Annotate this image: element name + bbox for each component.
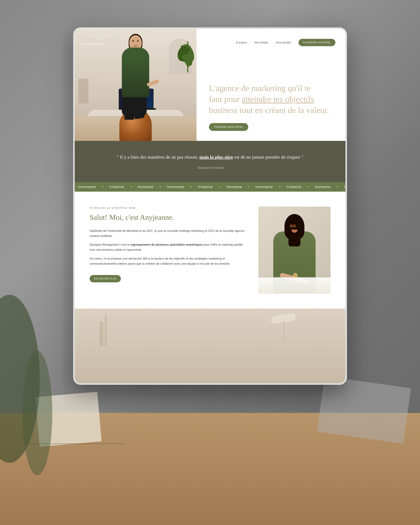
ticker-item-1: Créative <box>109 185 124 189</box>
ticker-dot-7: ♦ <box>308 186 309 188</box>
smiling-woman <box>258 206 331 294</box>
ticker-item-7: Créative <box>287 185 301 189</box>
ticker-dot-3: ♦ <box>191 186 192 188</box>
about-section: TA NOUVELLE STRATÈGE WEB Salut! Moi, c'e… <box>75 192 345 309</box>
about-para3: On menu, on te propose une démarche 360 … <box>90 256 246 266</box>
ticker-item-2: Humaine <box>138 185 153 189</box>
ticker-item-3: Innovante <box>167 185 184 189</box>
ticker-dot-8: ♦ <box>337 186 338 188</box>
ticker-item-5: Humaine <box>226 185 242 189</box>
logo-text-sub: MANAGEMENT <box>82 43 121 45</box>
hero-cta-button[interactable]: PRENDRE MON APPEL <box>209 123 248 131</box>
hero-headline: L'agence de marketing qu'il te faut pour… <box>209 83 336 116</box>
hero-content: À propos Nos forfaits Nous joindre PLANI… <box>196 29 345 141</box>
ticker-dot-2: ♦ <box>160 186 161 188</box>
ticker-item-6: Innovante <box>255 185 273 189</box>
nav-link-forfaits[interactable]: Nos forfaits <box>254 41 268 44</box>
about-para2: Synapse Management c'est le regroupement… <box>90 242 246 252</box>
hero-section: SYNAPSE MANAGEMENT À propos Nos forfaits… <box>75 29 345 141</box>
woman-figure-hero <box>122 47 149 116</box>
about-title: Salut! Moi, c'est Anyjeanne. <box>90 212 246 222</box>
ticker-dot-1: ♦ <box>131 186 131 188</box>
hero-logo: SYNAPSE MANAGEMENT <box>82 35 121 45</box>
ticker-dot-4: ♦ <box>219 186 220 188</box>
ticker-item-4: Créative <box>198 185 213 189</box>
hero-image: SYNAPSE MANAGEMENT <box>75 29 196 141</box>
headline-link[interactable]: atteindre tes objectifs <box>242 94 314 104</box>
website-content: SYNAPSE MANAGEMENT À propos Nos forfaits… <box>75 29 345 383</box>
bottom-section-preview <box>75 309 345 383</box>
nav-link-joindre[interactable]: Nous joindre <box>276 41 291 44</box>
ticker-dot-6: ♦ <box>279 186 280 188</box>
logo-text-main: SYNAPSE <box>82 35 121 42</box>
main-navigation: À propos Nos forfaits Nous joindre PLANI… <box>209 39 336 46</box>
headline-part3: business tout en créant de la valeur. <box>209 105 329 115</box>
quote-suffix: est de ne jamais prendre de risques " <box>234 154 303 160</box>
about-cta-button[interactable]: EN SAVOIR PLUS <box>90 275 121 282</box>
quote-text: " Il y a bien des manières de ne pas réu… <box>100 153 321 161</box>
headline-part1: L'agence de marketing qu'il te <box>209 83 311 93</box>
about-content: TA NOUVELLE STRATÈGE WEB Salut! Moi, c'e… <box>90 206 246 282</box>
para2-prefix: Synapse Management c'est le <box>90 243 130 246</box>
ticker-item-9: Innovante <box>344 185 345 189</box>
ticker-item-0: Innovante <box>78 185 96 189</box>
bottom-gradient <box>75 309 345 383</box>
nav-link-apropos[interactable]: À propos <box>236 41 247 44</box>
headline-part2: faut pour <box>209 94 240 104</box>
nav-cta-button[interactable]: PLANIFIER UN APPEL <box>299 39 336 46</box>
ticker-content: Innovante♦Créative♦Humaine♦Innovante♦Cré… <box>75 185 345 189</box>
tablet-device: SYNAPSE MANAGEMENT À propos Nos forfaits… <box>73 27 347 385</box>
quote-bold: mais la plus sûre <box>199 154 233 160</box>
candle-1 <box>100 321 103 346</box>
about-para1: Diplômée de l'Université de Montréal et … <box>90 228 246 239</box>
about-tag: TA NOUVELLE STRATÈGE WEB <box>90 206 246 209</box>
ticker-strip: Innovante♦Créative♦Humaine♦Innovante♦Cré… <box>75 182 345 192</box>
para2-bold: regroupement de plusieurs spécialités nu… <box>130 243 203 246</box>
woman-body <box>122 47 149 97</box>
quote-section: " Il y a bien des manières de ne pas réu… <box>75 141 345 182</box>
quote-prefix: " Il y a bien des manières de ne pas réu… <box>117 154 198 160</box>
ticker-dot-5: ♦ <box>248 186 249 188</box>
about-photo <box>258 206 331 294</box>
ticker-item-8: Humaine <box>315 185 331 189</box>
candle-2 <box>104 315 107 346</box>
quote-author: - Benjamin Franklin <box>100 166 321 170</box>
hero-headline-block: L'agence de marketing qu'il te faut pour… <box>209 75 336 131</box>
ticker-dot-0: ♦ <box>102 186 103 188</box>
lamp-pole <box>283 321 284 340</box>
